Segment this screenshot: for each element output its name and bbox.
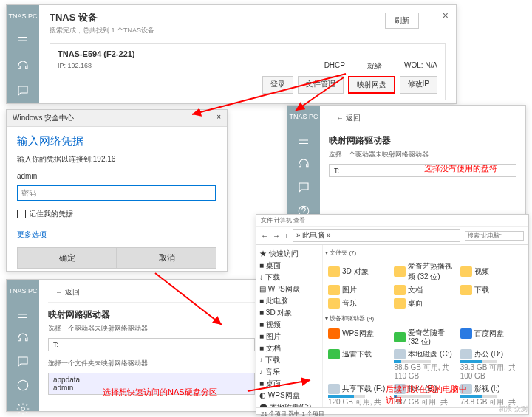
drive-item[interactable]: 本地磁盘 (C:)88.5 GB 可用, 共 110 GB [394,349,457,381]
wol-label: WOL: N/A [404,61,437,72]
tree-item[interactable]: ◐ WPS网盘 [259,390,319,402]
more-options-link[interactable]: 更多选项 [17,230,216,240]
help-icon[interactable] [16,379,30,392]
drive-item[interactable]: WPS网盘 [328,328,391,346]
map-drive-window-2: TNAS PC ← 返回 映射网路驱动器 选择一个驱动器未映射网络驱动器 T: … [6,279,265,412]
headset-icon[interactable] [296,157,311,170]
map-title: 映射网路驱动器 [48,309,255,321]
tree-item[interactable]: ■ 桌面 [259,378,319,390]
folder-item[interactable]: 下载 [460,285,523,295]
callout-1: 选择没有使用的盘符 [424,163,497,174]
device-card: TNAS-E594 (F2-221) IP: 192.168 DHCP 就绪 W… [50,43,446,100]
sidebar: TNAS PC [7,5,39,103]
callout-3: 后续可以在我的电脑中访问 [386,384,474,406]
drive-icon [460,349,472,359]
device-name: TNAS-E594 (F2-221) [58,49,437,58]
drive-item[interactable]: 迅雷下载 [328,349,391,381]
folder-item[interactable]: 爱奇艺热播视频 (32 位) [394,261,457,282]
tree-item[interactable]: ■ 3D 对象 [259,307,319,319]
nav-tree[interactable]: ★ 快速访问■ 桌面↓ 下载▤ WPS网盘■ 此电脑 ■ 3D 对象 ■ 视频 … [256,245,323,407]
tree-item[interactable]: ■ 文档 [259,342,319,354]
drive-icon [460,328,472,339]
tree-item[interactable]: ★ 快速访问 [259,248,319,260]
login-button[interactable]: 登录 [262,76,293,94]
drive-item[interactable]: 爱奇艺随看 (32 位) [394,328,457,346]
drive-icon [328,349,340,359]
tree-item[interactable]: ■ 桌面 [259,260,319,272]
tree-item[interactable]: ♪ 音乐 [259,366,319,378]
nav-up-icon[interactable]: ↑ [284,232,288,240]
drive-item[interactable]: 百度网盘 [460,328,523,346]
checkbox-icon [17,210,26,218]
folder-icon [328,266,340,277]
gear-icon[interactable] [16,402,30,416]
dhcp-label: DHCP [324,61,345,72]
tree-item[interactable]: ↓ 下载 [259,354,319,366]
device-ip: IP: 192.168 [58,62,92,69]
status-bar: 21 个项目 选中 1 个项目 [256,407,528,417]
ok-button[interactable]: 确定 [17,247,117,269]
headset-icon[interactable] [16,331,30,345]
folder-option[interactable]: appdata [53,376,250,384]
sidebar: TNAS PC [287,106,320,215]
app-logo: TNAS PC [7,284,38,297]
folder-item[interactable]: 音乐 [328,298,391,309]
password-input[interactable] [17,185,216,201]
refresh-button[interactable]: 刷新 [385,13,419,29]
tree-item[interactable]: ■ 此电脑 [259,295,319,307]
back-link[interactable]: ← 返回 [48,283,255,303]
list-icon[interactable] [296,134,311,147]
back-link[interactable]: ← 返回 [329,108,516,128]
map-title: 映射网路驱动器 [329,134,516,147]
drive-icon [394,332,406,342]
nav-back-icon[interactable]: ← [261,232,268,240]
folder-item[interactable]: 文档 [394,285,457,295]
folder-item[interactable]: 桌面 [394,298,457,309]
headset-icon[interactable] [16,58,30,73]
drive-icon [328,328,340,339]
cancel-button[interactable]: 取消 [117,247,216,269]
close-icon[interactable]: × [443,10,449,21]
map-drive-button[interactable]: 映射网盘 [348,76,395,94]
cred-sub: 输入你的凭据以连接到:192.16 [17,154,216,165]
folder-item[interactable]: 视频 [460,261,523,282]
close-icon[interactable]: × [216,113,221,123]
section-folders: ▾ 文件夹 (7) [325,249,526,257]
folder-icon [394,266,406,277]
tree-item[interactable]: ↓ 下载 [259,272,319,283]
username-label: admin [17,172,216,180]
list-icon[interactable] [16,33,30,48]
explorer-menubar[interactable]: 文件 计算机 查看 [256,215,528,227]
drive-item[interactable]: 共享下载 (F:)120 GB 可用, 共 415 GB [328,384,391,407]
list-icon[interactable] [16,308,30,321]
chat-icon[interactable] [16,83,30,98]
address-bar[interactable]: » 此电脑 » [293,229,460,242]
dialog-title: Windows 安全中心 [13,113,74,123]
tree-item[interactable]: ⬤ 本地磁盘(C:) [259,402,319,407]
map-sub1: 选择一个驱动器未映射网络驱动器 [48,324,255,334]
tree-item[interactable]: ■ 视频 [259,319,319,331]
file-mgr-button[interactable]: 文件管理 [298,76,344,94]
drive-icon [328,384,340,394]
map-sub2: 选择一个文件夹未映射网络驱动器 [48,359,255,368]
chat-icon[interactable] [16,355,30,368]
remember-checkbox[interactable]: 记住我的凭据 [17,209,216,219]
app-logo: TNAS PC [7,10,38,23]
cred-heading: 输入网络凭据 [17,134,216,148]
folder-icon [328,298,340,309]
chat-icon[interactable] [296,181,311,194]
tree-item[interactable]: ▤ WPS网盘 [259,283,319,295]
nav-fwd-icon[interactable]: → [273,232,280,240]
folder-icon [394,298,406,309]
folder-icon [460,266,472,277]
folder-item[interactable]: 图片 [328,285,391,295]
folder-item[interactable]: 3D 对象 [328,261,391,282]
drive-item[interactable]: 办公 (D:)39.3 GB 可用, 共 100 GB [460,349,523,381]
tree-item[interactable]: ■ 图片 [259,331,319,342]
link-label: 就绪 [367,61,382,72]
search-input[interactable] [465,231,524,241]
folder-icon [394,285,406,295]
drive-letter-select[interactable]: T: [48,338,255,351]
credentials-dialog: Windows 安全中心× 输入网络凭据 输入你的凭据以连接到:192.16 a… [6,109,228,272]
change-ip-button[interactable]: 修改IP [400,76,437,94]
